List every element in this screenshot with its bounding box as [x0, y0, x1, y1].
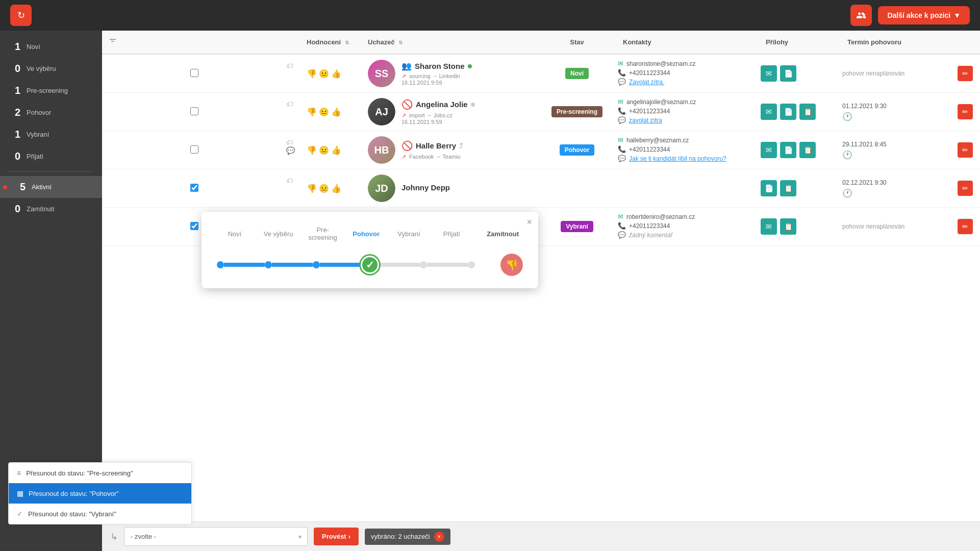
att-icon-doc2-3[interactable]: 📋: [799, 142, 816, 158]
step-prescreening[interactable]: Pre-screening: [304, 226, 341, 241]
checkbox-2[interactable]: [190, 107, 198, 115]
sidebar-item-zamitnuti[interactable]: 0 Zamítnutí: [0, 198, 102, 220]
avatar-2: AJ: [368, 98, 395, 126]
blocked-icon-3: 🚫: [401, 140, 413, 152]
thumbup-1[interactable]: 👍: [331, 69, 341, 79]
sidebar-item-vybrani[interactable]: 1 Vybraní: [0, 123, 102, 145]
dropdown-item-vybrani[interactable]: ✓ Přesunout do stavu: "Vybraní": [9, 504, 191, 524]
step-prijati[interactable]: Přijatí: [434, 230, 469, 238]
sidebar-item-prijati[interactable]: 0 Přijatí: [0, 145, 102, 167]
smiley-3[interactable]: 😐: [319, 145, 329, 155]
thumbdown-1[interactable]: 👎: [307, 69, 317, 79]
sidebar-label-zamitnuti: Zamítnutí: [27, 205, 55, 213]
share-icon-3[interactable]: ⤴: [459, 142, 463, 150]
edit-button-5[interactable]: ✏: [958, 219, 973, 234]
zamitnout-button[interactable]: 👎: [500, 254, 523, 276]
att-icon-envelope-3[interactable]: ✉: [761, 142, 777, 158]
row-candidate-2: AJ 🚫 Angelina Jolie ↗: [363, 93, 536, 131]
row-check-1[interactable]: [102, 54, 286, 93]
call-link-1[interactable]: Zavolat zítra.: [629, 79, 664, 86]
thumbup-2[interactable]: 👍: [331, 107, 341, 117]
sidebar-count-aktivni: 5: [13, 181, 26, 193]
header-check: [102, 31, 286, 54]
step-vevyberu[interactable]: Ve výběru: [260, 230, 297, 238]
sidebar-item-vevyberu[interactable]: 0 Ve výběru: [0, 58, 102, 80]
att-icon-doc2-2[interactable]: 📋: [799, 104, 816, 120]
step-novi[interactable]: Noví: [217, 230, 253, 238]
sidebar-item-prescreening[interactable]: 1 Pre-screening: [0, 80, 102, 102]
att-icon-envelope-5[interactable]: ✉: [761, 218, 777, 235]
table-header-row: Hodnocení ⇅ Uchazeč ⇅ Stav Kontakty Příl…: [102, 31, 980, 54]
candidate-info-1: 👥 Sharon Stone ↗ sourcing → Linkedin 16.…: [401, 61, 531, 86]
sidebar-item-pohovor[interactable]: 2 Pohovor: [0, 102, 102, 123]
close-selected-button[interactable]: ×: [434, 532, 444, 542]
attachment-icons-4: 📄 📋: [761, 180, 842, 196]
checkbox-3[interactable]: [190, 145, 198, 154]
sidebar-count-vybrani: 1: [8, 129, 20, 140]
sidebar-label-pohovor: Pohovor: [27, 109, 51, 116]
edit-button-2[interactable]: ✏: [958, 104, 973, 119]
call-link-3[interactable]: Jak se ti kandidát líbil na pohovoru?: [629, 155, 726, 162]
smiley-1[interactable]: 😐: [319, 69, 329, 79]
sidebar-item-novi[interactable]: 1 Noví: [0, 36, 102, 58]
candidate-cell-2: AJ 🚫 Angelina Jolie ↗: [363, 93, 536, 131]
edit-button-3[interactable]: ✏: [958, 142, 973, 158]
step-vybrani[interactable]: Vybraní: [391, 230, 427, 238]
checkbox-4[interactable]: [190, 184, 198, 192]
edit-button-1[interactable]: ✏: [958, 66, 973, 81]
thumbdown-4[interactable]: 👎: [307, 184, 317, 193]
row-check-3[interactable]: [102, 131, 286, 169]
popup-close-button[interactable]: ×: [526, 217, 532, 228]
thumbdown-3[interactable]: 👎: [307, 145, 317, 155]
no-interview-label-1: pohovor nenaplánován: [842, 70, 954, 77]
thumbup-4[interactable]: 👍: [331, 184, 341, 193]
checkbox-5[interactable]: [190, 222, 198, 230]
contact-email-2: ✉ angelinajolie@seznam.cz: [618, 98, 761, 106]
add-person-button[interactable]: [850, 5, 872, 26]
blocked-icon-2: 🚫: [401, 99, 413, 110]
action-select[interactable]: - zvolte -: [124, 527, 308, 546]
sidebar-label-aktivni: Aktivní: [32, 183, 52, 191]
att-icon-doc2-5[interactable]: 📋: [780, 218, 796, 235]
dropdown-item-pohovor[interactable]: ▦ Přesunout do stavu: "Pohovor": [9, 483, 191, 504]
dot-4-active[interactable]: ✓: [361, 256, 379, 274]
call-link-2[interactable]: zavolat zítra: [629, 117, 662, 124]
selected-count: vybráno: 2 uchazeči: [371, 533, 430, 540]
att-icon-doc-4[interactable]: 📄: [761, 180, 777, 196]
candidate-source-1: ↗ sourcing → Linkedin 16.11.2021 9:59: [401, 73, 531, 86]
thumbdown-2[interactable]: 👎: [307, 107, 317, 117]
checkbox-1[interactable]: [190, 69, 198, 77]
att-icon-doc-3[interactable]: 📄: [780, 142, 796, 158]
att-icon-doc2-4[interactable]: 📋: [780, 180, 796, 196]
att-icon-envelope-2[interactable]: ✉: [761, 104, 777, 120]
provest-arrow: ›: [348, 533, 350, 540]
refresh-button[interactable]: ↻: [10, 5, 32, 26]
smiley-2[interactable]: 😐: [319, 107, 329, 117]
table-row: 🏷 👎 😐 👍 SS: [102, 54, 980, 93]
att-icon-doc-2[interactable]: 📄: [780, 104, 796, 120]
di-icon-list: ≡: [17, 469, 21, 477]
dropdown-item-prescreening[interactable]: ≡ Přesunout do stavu: "Pre-screening": [9, 463, 191, 483]
row-check-4[interactable]: [102, 169, 286, 208]
step-zamitnout[interactable]: Zamítnout: [476, 230, 523, 238]
sort-icon-candidate[interactable]: ⇅: [398, 40, 403, 45]
thumbup-3[interactable]: 👍: [331, 145, 341, 155]
actions-button[interactable]: Další akce k pozici ▼: [878, 6, 970, 24]
edit-button-4[interactable]: ✏: [958, 181, 973, 196]
sidebar-item-aktivni[interactable]: 5 Aktivní: [0, 176, 102, 198]
sort-icon-rating[interactable]: ⇅: [345, 40, 349, 45]
row-attachments-2: ✉ 📄 📋: [761, 93, 842, 131]
provest-button[interactable]: Provést ›: [314, 528, 359, 545]
row-interview-3: 29.11.2021 8:45 🕐: [842, 131, 954, 169]
att-icon-doc-1[interactable]: 📄: [780, 65, 796, 82]
smiley-4[interactable]: 😐: [319, 184, 329, 193]
header-contacts: Kontakty: [618, 31, 761, 54]
row-edit-2: ✏: [954, 93, 980, 131]
interview-time-3: 29.11.2021 8:45: [842, 141, 954, 148]
clock-icon-4: 🕐: [842, 188, 954, 198]
step-pohovor[interactable]: Pohovor: [348, 230, 384, 238]
candidate-info-2: 🚫 Angelina Jolie ↗ import → Jobs.cz 16.1…: [401, 99, 531, 125]
att-icon-envelope-1[interactable]: ✉: [761, 65, 777, 82]
status-popup: × Noví Ve výběru Pre-screening Pohovor V…: [202, 212, 538, 288]
row-check-2[interactable]: [102, 93, 286, 131]
